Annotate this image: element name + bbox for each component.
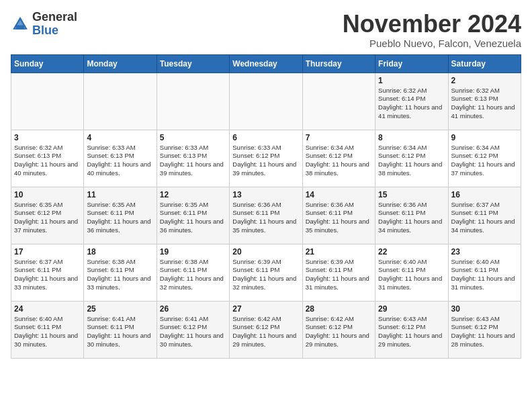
cell-info: Sunrise: 6:39 AM Sunset: 6:11 PM Dayligh… xyxy=(232,258,299,292)
calendar-table: SundayMondayTuesdayWednesdayThursdayFrid… xyxy=(11,54,521,359)
calendar-cell: 3Sunrise: 6:32 AM Sunset: 6:13 PM Daylig… xyxy=(11,130,84,187)
calendar-cell: 29Sunrise: 6:43 AM Sunset: 6:12 PM Dayli… xyxy=(375,301,448,358)
logo-text: General Blue xyxy=(32,11,77,38)
header-cell-saturday: Saturday xyxy=(448,54,521,73)
day-number: 16 xyxy=(451,190,518,199)
cell-info: Sunrise: 6:38 AM Sunset: 6:11 PM Dayligh… xyxy=(87,258,153,292)
day-number: 29 xyxy=(378,304,445,314)
day-number: 8 xyxy=(378,133,445,142)
header-cell-friday: Friday xyxy=(375,54,448,73)
cell-info: Sunrise: 6:36 AM Sunset: 6:11 PM Dayligh… xyxy=(306,201,372,235)
calendar-cell xyxy=(302,73,375,130)
calendar-body: 1Sunrise: 6:32 AM Sunset: 6:14 PM Daylig… xyxy=(11,73,521,358)
week-row-2: 3Sunrise: 6:32 AM Sunset: 6:13 PM Daylig… xyxy=(11,130,521,187)
calendar-cell: 2Sunrise: 6:32 AM Sunset: 6:13 PM Daylig… xyxy=(448,73,521,130)
calendar-cell: 23Sunrise: 6:40 AM Sunset: 6:11 PM Dayli… xyxy=(448,244,521,301)
cell-info: Sunrise: 6:42 AM Sunset: 6:12 PM Dayligh… xyxy=(306,315,372,349)
day-number: 25 xyxy=(87,304,153,314)
day-number: 17 xyxy=(14,247,81,257)
page-header: General Blue November 2024 Pueblo Nuevo,… xyxy=(11,11,521,49)
cell-info: Sunrise: 6:36 AM Sunset: 6:11 PM Dayligh… xyxy=(232,201,299,235)
day-number: 11 xyxy=(87,190,153,199)
calendar-cell: 13Sunrise: 6:36 AM Sunset: 6:11 PM Dayli… xyxy=(230,187,302,244)
day-number: 23 xyxy=(451,247,518,257)
day-number: 30 xyxy=(451,304,518,314)
calendar-cell: 27Sunrise: 6:42 AM Sunset: 6:12 PM Dayli… xyxy=(230,301,302,358)
day-number: 26 xyxy=(160,304,226,314)
cell-info: Sunrise: 6:32 AM Sunset: 6:14 PM Dayligh… xyxy=(378,87,445,121)
cell-info: Sunrise: 6:41 AM Sunset: 6:11 PM Dayligh… xyxy=(87,315,153,349)
calendar-cell xyxy=(84,73,157,130)
cell-info: Sunrise: 6:40 AM Sunset: 6:11 PM Dayligh… xyxy=(14,315,81,349)
calendar-cell: 26Sunrise: 6:41 AM Sunset: 6:12 PM Dayli… xyxy=(157,301,229,358)
day-number: 9 xyxy=(451,133,518,142)
cell-info: Sunrise: 6:32 AM Sunset: 6:13 PM Dayligh… xyxy=(14,144,81,178)
day-number: 4 xyxy=(87,133,153,142)
day-number: 7 xyxy=(306,133,372,142)
cell-info: Sunrise: 6:43 AM Sunset: 6:12 PM Dayligh… xyxy=(378,315,445,349)
calendar-cell: 5Sunrise: 6:33 AM Sunset: 6:13 PM Daylig… xyxy=(157,130,229,187)
day-number: 27 xyxy=(232,304,299,314)
day-number: 18 xyxy=(87,247,153,257)
day-number: 19 xyxy=(160,247,226,257)
calendar-cell: 12Sunrise: 6:35 AM Sunset: 6:11 PM Dayli… xyxy=(157,187,229,244)
logo: General Blue xyxy=(11,11,77,38)
calendar-cell: 22Sunrise: 6:40 AM Sunset: 6:11 PM Dayli… xyxy=(375,244,448,301)
calendar-cell: 30Sunrise: 6:43 AM Sunset: 6:12 PM Dayli… xyxy=(448,301,521,358)
header-cell-monday: Monday xyxy=(84,54,157,73)
calendar-cell: 6Sunrise: 6:33 AM Sunset: 6:12 PM Daylig… xyxy=(230,130,302,187)
day-number: 1 xyxy=(378,76,445,85)
calendar-cell: 16Sunrise: 6:37 AM Sunset: 6:11 PM Dayli… xyxy=(448,187,521,244)
cell-info: Sunrise: 6:40 AM Sunset: 6:11 PM Dayligh… xyxy=(451,258,518,292)
cell-info: Sunrise: 6:34 AM Sunset: 6:12 PM Dayligh… xyxy=(306,144,372,178)
cell-info: Sunrise: 6:35 AM Sunset: 6:11 PM Dayligh… xyxy=(160,201,226,235)
day-number: 5 xyxy=(160,133,226,142)
day-number: 28 xyxy=(306,304,372,314)
day-number: 13 xyxy=(232,190,299,199)
cell-info: Sunrise: 6:43 AM Sunset: 6:12 PM Dayligh… xyxy=(451,315,518,349)
calendar-cell xyxy=(157,73,229,130)
header-cell-thursday: Thursday xyxy=(302,54,375,73)
logo-general: General xyxy=(32,10,77,24)
cell-info: Sunrise: 6:33 AM Sunset: 6:12 PM Dayligh… xyxy=(232,144,299,178)
logo-icon xyxy=(11,15,30,34)
day-number: 14 xyxy=(306,190,372,199)
cell-info: Sunrise: 6:37 AM Sunset: 6:11 PM Dayligh… xyxy=(14,258,81,292)
title-block: November 2024 Pueblo Nuevo, Falcon, Vene… xyxy=(343,11,521,49)
calendar-cell: 9Sunrise: 6:34 AM Sunset: 6:12 PM Daylig… xyxy=(448,130,521,187)
calendar-cell: 20Sunrise: 6:39 AM Sunset: 6:11 PM Dayli… xyxy=(230,244,302,301)
cell-info: Sunrise: 6:36 AM Sunset: 6:11 PM Dayligh… xyxy=(378,201,445,235)
calendar-cell: 7Sunrise: 6:34 AM Sunset: 6:12 PM Daylig… xyxy=(302,130,375,187)
week-row-3: 10Sunrise: 6:35 AM Sunset: 6:12 PM Dayli… xyxy=(11,187,521,244)
cell-info: Sunrise: 6:40 AM Sunset: 6:11 PM Dayligh… xyxy=(378,258,445,292)
day-number: 15 xyxy=(378,190,445,199)
calendar-cell: 25Sunrise: 6:41 AM Sunset: 6:11 PM Dayli… xyxy=(84,301,157,358)
calendar-cell xyxy=(230,73,302,130)
cell-info: Sunrise: 6:34 AM Sunset: 6:12 PM Dayligh… xyxy=(451,144,518,178)
calendar-cell xyxy=(11,73,84,130)
cell-info: Sunrise: 6:39 AM Sunset: 6:11 PM Dayligh… xyxy=(306,258,372,292)
cell-info: Sunrise: 6:33 AM Sunset: 6:13 PM Dayligh… xyxy=(87,144,153,178)
calendar-cell: 21Sunrise: 6:39 AM Sunset: 6:11 PM Dayli… xyxy=(302,244,375,301)
day-number: 22 xyxy=(378,247,445,257)
cell-info: Sunrise: 6:41 AM Sunset: 6:12 PM Dayligh… xyxy=(160,315,226,349)
svg-rect-2 xyxy=(16,25,24,29)
calendar-header: SundayMondayTuesdayWednesdayThursdayFrid… xyxy=(11,54,521,73)
cell-info: Sunrise: 6:38 AM Sunset: 6:11 PM Dayligh… xyxy=(160,258,226,292)
header-cell-wednesday: Wednesday xyxy=(230,54,302,73)
day-number: 12 xyxy=(160,190,226,199)
cell-info: Sunrise: 6:37 AM Sunset: 6:11 PM Dayligh… xyxy=(451,201,518,235)
week-row-1: 1Sunrise: 6:32 AM Sunset: 6:14 PM Daylig… xyxy=(11,73,521,130)
cell-info: Sunrise: 6:35 AM Sunset: 6:12 PM Dayligh… xyxy=(14,201,81,235)
day-number: 10 xyxy=(14,190,81,199)
calendar-cell: 17Sunrise: 6:37 AM Sunset: 6:11 PM Dayli… xyxy=(11,244,84,301)
calendar-cell: 8Sunrise: 6:34 AM Sunset: 6:12 PM Daylig… xyxy=(375,130,448,187)
month-title: November 2024 xyxy=(343,11,521,38)
calendar-cell: 15Sunrise: 6:36 AM Sunset: 6:11 PM Dayli… xyxy=(375,187,448,244)
calendar-cell: 4Sunrise: 6:33 AM Sunset: 6:13 PM Daylig… xyxy=(84,130,157,187)
cell-info: Sunrise: 6:42 AM Sunset: 6:12 PM Dayligh… xyxy=(232,315,299,349)
cell-info: Sunrise: 6:35 AM Sunset: 6:11 PM Dayligh… xyxy=(87,201,153,235)
day-number: 2 xyxy=(451,76,518,85)
week-row-4: 17Sunrise: 6:37 AM Sunset: 6:11 PM Dayli… xyxy=(11,244,521,301)
location-subtitle: Pueblo Nuevo, Falcon, Venezuela xyxy=(343,38,521,49)
